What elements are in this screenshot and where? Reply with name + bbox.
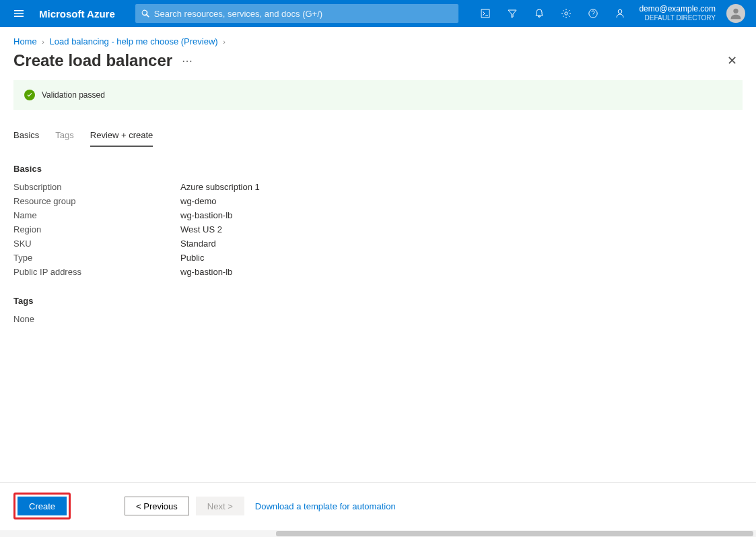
summary-value: West US 2 <box>180 224 222 234</box>
summary-value: wg-bastion-lb <box>180 210 232 220</box>
tags-section-header: Tags <box>13 296 743 306</box>
breadcrumb: Home › Load balancing - help me choose (… <box>0 27 756 49</box>
summary-key: Subscription <box>13 182 180 192</box>
previous-button[interactable]: < Previous <box>125 497 189 515</box>
create-button[interactable]: Create <box>18 497 67 515</box>
next-button: Next > <box>196 497 244 515</box>
create-highlight: Create <box>13 493 71 519</box>
more-actions-icon[interactable]: ⋯ <box>182 55 193 67</box>
summary-value: Azure subscription 1 <box>180 182 260 192</box>
help-icon[interactable] <box>580 0 607 27</box>
account-info[interactable]: demo@example.com DEFAULT DIRECTORY <box>633 4 721 23</box>
download-template-link[interactable]: Download a template for automation <box>255 501 396 511</box>
tabs: Basics Tags Review + create <box>13 126 743 148</box>
summary-key: Type <box>13 253 180 263</box>
summary-value: wg-demo <box>180 196 216 206</box>
summary-row: SKUStandard <box>13 239 743 249</box>
validation-banner: Validation passed <box>13 80 743 110</box>
account-directory: DEFAULT DIRECTORY <box>639 13 716 23</box>
account-email: demo@example.com <box>639 4 716 13</box>
tab-basics[interactable]: Basics <box>13 126 39 147</box>
cloud-shell-icon[interactable] <box>472 0 499 27</box>
horizontal-scrollbar[interactable] <box>0 530 756 537</box>
breadcrumb-load-balancing[interactable]: Load balancing - help me choose (Preview… <box>50 36 218 46</box>
menu-toggle-icon[interactable] <box>5 0 32 27</box>
success-icon <box>24 90 35 100</box>
summary-row: Namewg-bastion-lb <box>13 210 743 220</box>
summary-row: TypePublic <box>13 253 743 263</box>
title-row: Create load balancer ⋯ ✕ <box>0 49 756 80</box>
basics-section-header: Basics <box>13 164 743 174</box>
summary-key: Resource group <box>13 196 180 206</box>
summary-value: Standard <box>180 239 216 249</box>
notifications-icon[interactable] <box>526 0 553 27</box>
close-icon[interactable]: ✕ <box>724 51 740 71</box>
summary-key: Name <box>13 210 180 220</box>
summary-row: Public IP addresswg-bastion-lb <box>13 267 743 277</box>
summary-row: RegionWest US 2 <box>13 224 743 234</box>
footer-bar: Create < Previous Next > Download a temp… <box>0 482 756 529</box>
breadcrumb-home[interactable]: Home <box>13 36 37 46</box>
brand-label[interactable]: Microsoft Azure <box>32 8 129 20</box>
tags-none: None <box>13 314 743 324</box>
summary-key: Region <box>13 224 180 234</box>
basics-summary: SubscriptionAzure subscription 1 Resourc… <box>13 182 743 277</box>
chevron-right-icon: › <box>39 38 47 46</box>
summary-value: wg-bastion-lb <box>180 267 232 277</box>
content-area: Validation passed Basics Tags Review + c… <box>0 80 756 324</box>
chevron-right-icon: › <box>220 38 228 46</box>
tab-tags[interactable]: Tags <box>55 126 73 147</box>
search-input[interactable] <box>154 9 453 19</box>
summary-key: SKU <box>13 239 180 249</box>
summary-key: Public IP address <box>13 267 180 277</box>
summary-row: Resource groupwg-demo <box>13 196 743 206</box>
tab-review-create[interactable]: Review + create <box>90 126 153 147</box>
svg-point-0 <box>565 12 568 15</box>
settings-icon[interactable] <box>553 0 580 27</box>
svg-point-2 <box>619 9 623 13</box>
page-title: Create load balancer <box>13 51 172 70</box>
avatar[interactable] <box>726 4 745 23</box>
summary-value: Public <box>180 253 204 263</box>
summary-row: SubscriptionAzure subscription 1 <box>13 182 743 192</box>
feedback-icon[interactable] <box>607 0 633 27</box>
top-bar: Microsoft Azure demo@example.com DEFAULT… <box>0 0 756 27</box>
svg-point-3 <box>733 9 738 13</box>
search-icon <box>141 9 150 18</box>
directory-filter-icon[interactable] <box>499 0 526 27</box>
scrollbar-thumb[interactable] <box>276 531 753 536</box>
global-search[interactable] <box>135 4 458 23</box>
topbar-icons <box>472 0 633 27</box>
validation-message: Validation passed <box>42 90 105 100</box>
